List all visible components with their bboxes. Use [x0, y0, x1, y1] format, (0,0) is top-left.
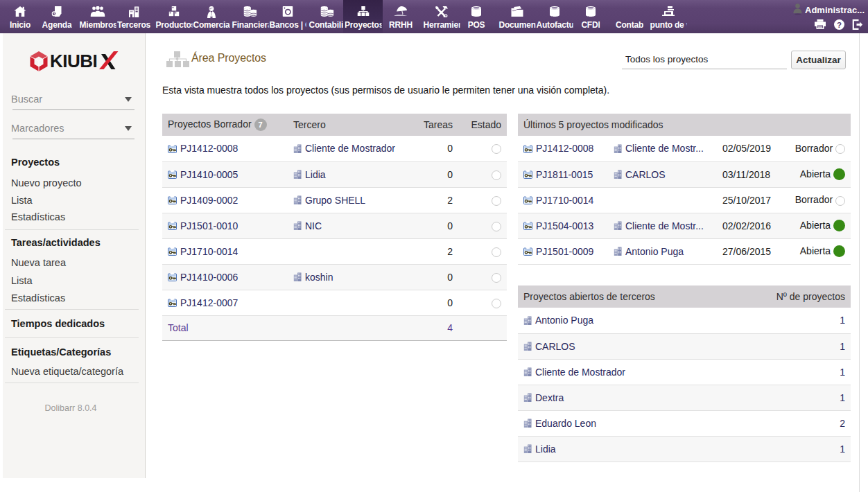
- svg-text:?: ?: [837, 21, 842, 29]
- svg-text:KIUBI: KIUBI: [50, 51, 97, 71]
